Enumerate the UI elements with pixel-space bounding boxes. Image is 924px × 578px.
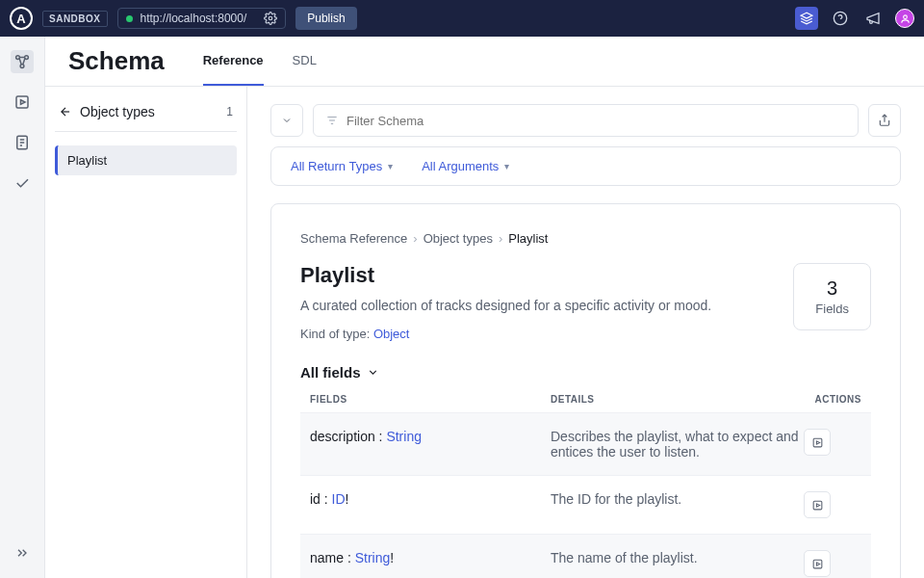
svg-marker-23 (816, 562, 819, 565)
field-name: description : (310, 429, 386, 444)
field-detail: The name of the playlist. (551, 550, 804, 565)
svg-marker-8 (21, 100, 26, 105)
left-rail (0, 37, 45, 578)
arrow-left-icon (59, 105, 72, 118)
gear-icon[interactable] (264, 12, 277, 25)
run-field-button[interactable] (804, 429, 831, 456)
user-avatar[interactable] (895, 9, 914, 28)
breadcrumb-playlist: Playlist (508, 231, 548, 246)
field-row-id: id : ID!The ID for the playlist. (300, 475, 871, 534)
help-icon[interactable] (830, 8, 851, 29)
type-kind-link[interactable]: Object (373, 327, 410, 341)
breadcrumb-schema-reference[interactable]: Schema Reference (300, 231, 407, 246)
svg-marker-21 (816, 503, 819, 506)
field-name: id : (310, 491, 332, 507)
filter-icon (325, 114, 339, 127)
chevron-down-icon: ▾ (504, 161, 509, 171)
field-detail: Describes the playlist, what to expect a… (551, 429, 804, 460)
field-row-name: name : String!The name of the playlist. (300, 534, 871, 578)
filter-dropdowns: All Return Types▾All Arguments▾ (270, 146, 901, 186)
cube-icon[interactable] (795, 7, 818, 30)
all-fields-toggle[interactable]: All fields (300, 364, 871, 381)
filter-all-arguments[interactable]: All Arguments▾ (422, 159, 509, 173)
page-header: Schema ReferenceSDL (45, 37, 924, 87)
collapse-panel-button[interactable] (270, 104, 303, 137)
types-sidebar: Object types 1 Playlist (45, 87, 247, 578)
explorer-nav-icon[interactable] (11, 91, 34, 114)
sidebar-count: 1 (226, 105, 233, 118)
sidebar-item-playlist[interactable]: Playlist (55, 145, 237, 175)
field-type-link[interactable]: String (355, 550, 391, 565)
type-kind: Kind of type: Object (300, 327, 711, 341)
field-count-box: 3 Fields (793, 263, 871, 330)
sidebar-back-label: Object types (80, 104, 155, 119)
app-logo[interactable]: A (10, 7, 33, 30)
field-count: 3 (815, 277, 849, 300)
type-panel: Schema Reference›Object types›Playlist P… (270, 203, 901, 578)
svg-point-0 (270, 16, 273, 20)
svg-point-6 (20, 65, 24, 68)
megaphone-icon[interactable] (862, 8, 884, 29)
endpoint-url-box[interactable]: http://localhost:8000/ (117, 8, 287, 29)
fields-table-header: FIELDS DETAILS ACTIONS (300, 394, 871, 412)
sidebar-back[interactable]: Object types 1 (55, 104, 237, 132)
top-bar: A SANDBOX http://localhost:8000/ Publish (0, 0, 924, 37)
logo-letter: A (16, 12, 25, 26)
run-field-button[interactable] (804, 491, 831, 518)
field-count-label: Fields (815, 302, 849, 316)
svg-point-3 (903, 14, 907, 18)
collapse-rail-icon[interactable] (11, 541, 34, 565)
filter-all-return-types[interactable]: All Return Types▾ (291, 159, 393, 173)
chevron-down-icon: ▾ (388, 161, 393, 171)
run-field-button[interactable] (804, 550, 831, 577)
filter-schema-wrap[interactable] (313, 104, 859, 137)
type-description: A curated collection of tracks designed … (300, 298, 711, 313)
endpoint-url: http://localhost:8000/ (141, 12, 247, 25)
document-nav-icon[interactable] (11, 131, 34, 154)
svg-marker-19 (816, 440, 819, 443)
field-type-link[interactable]: ID (332, 491, 346, 507)
type-name: Playlist (300, 263, 711, 288)
tab-reference[interactable]: Reference (203, 37, 264, 86)
chevron-down-icon (367, 366, 379, 379)
detail-pane: All Return Types▾All Arguments▾ Schema R… (247, 87, 924, 578)
publish-button[interactable]: Publish (295, 7, 356, 30)
schema-nav-icon[interactable] (11, 50, 34, 73)
breadcrumb-object-types[interactable]: Object types (424, 231, 493, 246)
field-name: name : (310, 550, 355, 565)
tab-sdl[interactable]: SDL (293, 37, 317, 86)
breadcrumb: Schema Reference›Object types›Playlist (300, 231, 871, 246)
page-title: Schema (68, 46, 165, 76)
field-detail: The ID for the playlist. (551, 491, 804, 507)
field-type-link[interactable]: String (386, 429, 422, 444)
status-dot-icon (126, 15, 133, 22)
checks-nav-icon[interactable] (11, 171, 34, 195)
field-row-description: description : StringDescribes the playli… (300, 412, 871, 475)
share-button[interactable] (868, 104, 901, 137)
filter-schema-input[interactable] (346, 114, 846, 128)
sandbox-badge: SANDBOX (42, 11, 108, 27)
